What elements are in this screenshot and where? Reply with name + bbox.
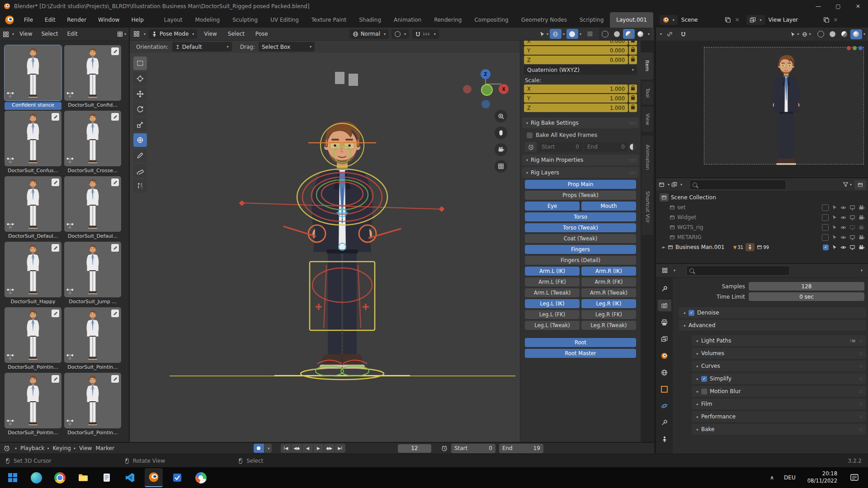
drag-handle-icon[interactable]: ∷ [859, 402, 863, 407]
editor-type-icon[interactable] [3, 31, 9, 38]
shading-wireframe[interactable] [815, 29, 827, 39]
tool-move[interactable] [133, 87, 147, 101]
frame-start-field[interactable]: Start 0 [451, 444, 495, 453]
shading-material[interactable] [839, 29, 850, 39]
tab-constraints[interactable] [658, 417, 671, 428]
current-frame-field[interactable]: 12 [398, 444, 431, 453]
lock-icon[interactable] [629, 46, 637, 55]
workspace-tab-texture-paint[interactable]: Texture Paint [305, 12, 353, 28]
edit-pose-icon[interactable] [111, 375, 119, 383]
workspace-tab-compositing[interactable]: Compositing [468, 12, 514, 28]
rig-layer-button[interactable]: Coat (Tweak) [525, 234, 636, 243]
viewport-disable-icon[interactable] [849, 205, 855, 211]
timeline-menu-keying[interactable]: Keying▾ [53, 445, 75, 451]
drag-dropdown[interactable]: Select Box ▾ [259, 42, 315, 52]
panel-rig-main-properties[interactable]: ▾ Rig Main Properties ∷∷ [522, 155, 639, 165]
tool-cursor[interactable] [133, 72, 147, 85]
scale-x-row[interactable]: X1.000 [524, 84, 637, 93]
gizmo-y-axis[interactable] [481, 84, 493, 96]
tool-transform[interactable] [133, 133, 147, 147]
taskbar-app-icon[interactable] [168, 469, 186, 487]
hide-eye-icon[interactable] [840, 215, 846, 221]
asset-item[interactable]: ◆▫◆◇ DoctorSuit_Confid... [64, 45, 122, 111]
drag-handle-icon[interactable]: ∷ [859, 427, 863, 432]
editor-type-icon[interactable] [4, 445, 10, 451]
play-button[interactable]: ▶ [313, 444, 324, 453]
tool-measure[interactable] [133, 164, 147, 178]
taskbar-blender-icon[interactable] [145, 468, 163, 487]
drag-handle-icon[interactable]: ∷∷ [629, 121, 636, 126]
sidebar-tab-item[interactable]: Item [641, 52, 653, 80]
exclude-checkbox[interactable] [822, 204, 829, 211]
snap-controls[interactable]: ⊦⊦⊦ ▾ [412, 29, 439, 39]
menu-help[interactable]: Help [125, 12, 149, 28]
jump-to-start-button[interactable]: Ι◀ [281, 444, 291, 453]
drag-handle-icon[interactable]: ∷ [859, 376, 863, 381]
viewport-disable-icon[interactable] [849, 225, 855, 230]
shading-rendered[interactable] [850, 29, 862, 39]
menu-file[interactable]: File [18, 12, 39, 28]
taskbar-notepad-icon[interactable] [98, 469, 116, 487]
bake-all-keyed-row[interactable]: Bake All Keyed Frames [527, 132, 634, 138]
taskbar-app2-icon[interactable] [192, 469, 210, 487]
asset-thumbnail[interactable]: ◆▫◆◇ [5, 242, 61, 297]
gizmo-z-neg[interactable] [481, 100, 490, 108]
timeline-menu-view[interactable]: View [79, 445, 92, 451]
new-collection-icon[interactable] [854, 180, 866, 190]
edit-pose-icon[interactable] [52, 375, 59, 383]
shading-solid[interactable] [827, 29, 839, 39]
asset-item[interactable]: ◆▫◆◇ DoctorSuit_Pointin... [64, 307, 122, 373]
hide-eye-icon[interactable] [840, 235, 846, 240]
sidebar-tab-animation[interactable]: Animation [642, 136, 653, 179]
panel-volumes[interactable]: ▸ Volumes ∷ [692, 348, 866, 359]
samples-field[interactable]: 128 [749, 282, 864, 291]
rig-layer-button[interactable]: Eye [525, 202, 580, 211]
rig-layer-button[interactable]: Leg.L (Tweak) [525, 321, 580, 330]
render-disable-icon[interactable] [859, 205, 864, 211]
rig-layer-button[interactable]: Prop Main [525, 180, 636, 189]
lock-icon[interactable] [629, 41, 637, 45]
tab-object-data[interactable] [658, 433, 671, 445]
viewport-disable-icon[interactable] [849, 215, 855, 221]
panel-bake[interactable]: ▸ Bake ∷ [692, 424, 866, 435]
edit-pose-icon[interactable] [111, 47, 119, 55]
rig-layer-button[interactable]: Arm.R (IK) [581, 267, 636, 276]
lock-icon[interactable] [629, 56, 637, 64]
panel-rig-layers[interactable]: ▾ Rig Layers ∷∷ [522, 167, 639, 178]
gizmo-z-axis[interactable]: Z [481, 69, 491, 79]
gizmos-dropdown[interactable]: ▾ [563, 32, 565, 36]
new-scene-icon[interactable] [725, 17, 731, 23]
viewport-disable-icon[interactable] [849, 235, 855, 240]
maximize-button[interactable]: ▢ [828, 0, 848, 12]
asset-thumbnail[interactable]: ◆▫◆◇ [5, 45, 61, 101]
asset-thumbnail[interactable]: ◆▫◆◇ [64, 373, 121, 428]
character-render[interactable] [234, 91, 451, 385]
rig-layer-button[interactable]: Fingers (Detail) [525, 256, 636, 265]
menu-edit[interactable]: Edit [39, 12, 61, 28]
scale-z-row[interactable]: Z1.000 [524, 103, 637, 112]
edit-pose-icon[interactable] [111, 178, 119, 186]
asset-item[interactable]: ◆▫◆◇ DoctorSuit_Crosse... [64, 111, 122, 176]
asset-thumbnail[interactable]: ◆▫◆◇ [64, 45, 121, 101]
outliner-row-scene-collection[interactable]: Scene Collection [656, 192, 868, 202]
tab-object[interactable] [658, 383, 671, 395]
asset-item[interactable]: ◆▫◆◇ DoctorSuit_Happy [5, 242, 62, 307]
shading-wireframe[interactable] [599, 29, 611, 39]
asset-item[interactable]: ◆▫◆◇ DoctorSuit_Pointin... [5, 373, 62, 438]
asset-item[interactable]: ◆▫◆◇ DoctorSuit_Defaul... [5, 176, 62, 242]
tab-output[interactable] [658, 316, 671, 328]
clock-icon[interactable] [441, 445, 448, 451]
camera-view-button[interactable] [495, 143, 507, 156]
rig-layer-button[interactable]: Leg.R (IK) [581, 299, 636, 308]
scale-y-row[interactable]: Y1.000 [524, 94, 637, 103]
time-limit-field[interactable]: 0 sec [749, 292, 864, 301]
rig-layer-button[interactable]: Root [525, 338, 636, 347]
rig-layer-button[interactable]: Arm.L (IK) [525, 267, 580, 276]
rotation-x-row[interactable]: X0.000 [524, 41, 637, 45]
edit-pose-icon[interactable] [52, 178, 59, 186]
panel-motion-blur[interactable]: ▸ Motion Blur ∷ [692, 386, 866, 397]
lock-icon[interactable] [629, 94, 637, 103]
shading-rendered[interactable] [635, 29, 646, 39]
filter-dropdown[interactable]: ▾ [861, 268, 863, 272]
viewport-menu-select[interactable]: Select [224, 28, 249, 41]
